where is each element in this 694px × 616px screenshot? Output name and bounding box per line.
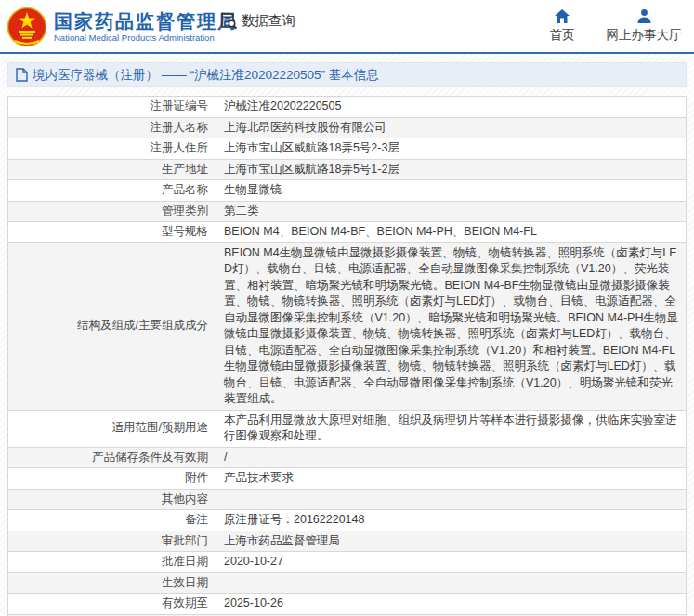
row-label: 产品名称 (8, 180, 216, 202)
nav-home[interactable]: 首页 (521, 6, 603, 43)
row-label-text: 管理类别 (162, 204, 208, 217)
row-value: / (216, 447, 687, 468)
row-label: 生效日期 (8, 572, 216, 594)
national-emblem-icon (7, 6, 46, 48)
table-row: 型号规格 BEION M4、BEION M4-BF、BEION M4-PH、BE… (8, 222, 687, 243)
home-icon (521, 6, 603, 24)
row-value: BEION M4生物显微镜由显微摄影摄像装置、物镜、物镜转换器、照明系统（卤素灯… (216, 242, 687, 410)
info-table: 注册证编号 沪械注准20202220505 注册人名称 上海北昂医药科技股份有限… (7, 96, 687, 616)
row-label: 型号规格 (8, 222, 216, 243)
row-label: 产品储存条件及有效期 (8, 447, 216, 468)
breadcrumb-text: 境内医疗器械（注册） —— “沪械注准20202220505” 基本信息 (33, 67, 379, 84)
row-label-text: 注册人名称 (151, 121, 209, 134)
row-label-text: 型号规格 (162, 225, 208, 238)
row-value: BEION M4、BEION M4-BF、BEION M4-PH、BEION M… (216, 222, 687, 243)
table-row: 结构及组成/主要组成成分 BEION M4生物显微镜由显微摄影摄像装置、物镜、物… (8, 242, 687, 410)
agency-title: 国家药品监督管理局 National Medical Products Admi… (54, 10, 238, 44)
table-row: 备注 原注册证号：20162220148 (8, 510, 687, 531)
table-row: 审批部门 上海市药品监督管理局 (8, 531, 687, 552)
info-table-body: 注册证编号 沪械注准20202220505 注册人名称 上海北昂医药科技股份有限… (8, 97, 687, 616)
row-label-text: 审批部门 (162, 534, 208, 547)
page-body: 境内医疗器械（注册） —— “沪械注准20202220505” 基本信息 注册证… (0, 54, 694, 614)
row-label: 其他内容 (8, 489, 216, 510)
row-value: 原注册证号：20162220148 (216, 510, 687, 531)
row-value (216, 572, 687, 594)
row-label-text: 产品名称 (162, 183, 208, 196)
agency-name-en: National Medical Products Administration (54, 33, 238, 44)
row-value: 2025-10-26 (216, 594, 687, 615)
table-row: 生效日期 (8, 572, 687, 594)
table-row: 适用范围/预期用途 本产品利用显微放大原理对细胞、组织及病理切片等样本进行摄影摄… (8, 410, 687, 447)
row-label: 注册证编号 (8, 97, 216, 118)
row-label: 注册人住所 (8, 138, 216, 160)
row-value: 生物显微镜 (216, 180, 687, 202)
breadcrumb: 境内医疗器械（注册） —— “沪械注准20202220505” 基本信息 (7, 62, 687, 87)
row-label-text: 附件 (185, 471, 208, 484)
row-value: 产品技术要求 (216, 468, 687, 490)
row-label: 注册人名称 (8, 117, 216, 138)
document-search-icon (220, 12, 238, 30)
nav-service-hall-label: 网上办事大厅 (603, 28, 685, 43)
row-label: 附件 (8, 468, 216, 490)
table-row: 注册人名称 上海北昂医药科技股份有限公司 (8, 117, 687, 138)
row-value: 第二类 (216, 201, 687, 222)
agency-brand: 国家药品监督管理局 National Medical Products Admi… (7, 6, 238, 48)
nav-service-hall[interactable]: 网上办事大厅 (603, 6, 685, 43)
data-query-button[interactable]: 数据查询 (220, 12, 295, 30)
table-row: 注册人住所 上海市宝山区威航路18弄5号2-3层 (8, 138, 687, 160)
row-value: 上海市宝山区威航路18弄5号2-3层 (216, 138, 687, 160)
row-value: 上海北昂医药科技股份有限公司 (216, 117, 687, 138)
row-label: 适用范围/预期用途 (8, 410, 216, 447)
row-label-text: 注册证编号 (151, 99, 209, 112)
person-icon (603, 6, 685, 24)
row-label: 有效期至 (8, 594, 216, 615)
row-label: 生产地址 (8, 159, 216, 180)
row-label-text: 生产地址 (162, 163, 208, 176)
row-label: 结构及组成/主要组成成分 (8, 242, 216, 410)
table-row: 产品名称 生物显微镜 (8, 180, 687, 202)
table-row: 管理类别 第二类 (8, 201, 687, 222)
row-label: 备注 (8, 510, 216, 531)
table-row: 生产地址 上海市宝山区威航路18弄5号1-2层 (8, 159, 687, 180)
table-row: 附件 产品技术要求 (8, 468, 687, 490)
row-label: 批准日期 (8, 552, 216, 573)
table-row: 有效期至 2025-10-26 (8, 594, 687, 615)
row-label-text: 有效期至 (162, 596, 208, 609)
row-value: 沪械注准20202220505 (216, 97, 687, 118)
row-value: 上海市药品监督管理局 (216, 531, 687, 552)
table-row: 产品储存条件及有效期 / (8, 447, 687, 468)
data-query-label: 数据查询 (242, 12, 295, 30)
row-value (216, 489, 687, 510)
top-nav: 首页 网上办事大厅 (521, 6, 685, 43)
row-label-text: 生效日期 (162, 576, 208, 589)
row-label-text: 其他内容 (162, 492, 208, 505)
row-value: 2020-10-27 (216, 552, 687, 573)
row-label-text: 适用范围/预期用途 (112, 421, 208, 434)
agency-name-cn: 国家药品监督管理局 (54, 10, 238, 33)
page-header: 国家药品监督管理局 National Medical Products Admi… (0, 0, 694, 54)
row-value: 本产品利用显微放大原理对细胞、组织及病理切片等样本进行摄影摄像，供临床实验室进行… (216, 410, 687, 447)
table-row: 注册证编号 沪械注准20202220505 (8, 97, 687, 118)
row-label-text: 备注 (185, 513, 208, 526)
row-label-text: 产品储存条件及有效期 (92, 451, 208, 464)
row-label-text: 注册人住所 (151, 141, 209, 154)
row-label: 审批部门 (8, 531, 216, 552)
nav-home-label: 首页 (521, 28, 603, 43)
table-row: 其他内容 (8, 489, 687, 510)
row-label-text: 结构及组成/主要组成成分 (77, 319, 208, 332)
table-row: 批准日期 2020-10-27 (8, 552, 687, 573)
row-label-text: 批准日期 (162, 555, 208, 568)
row-value: 上海市宝山区威航路18弄5号1-2层 (216, 159, 687, 180)
row-label: 管理类别 (8, 201, 216, 222)
document-icon (16, 68, 28, 82)
